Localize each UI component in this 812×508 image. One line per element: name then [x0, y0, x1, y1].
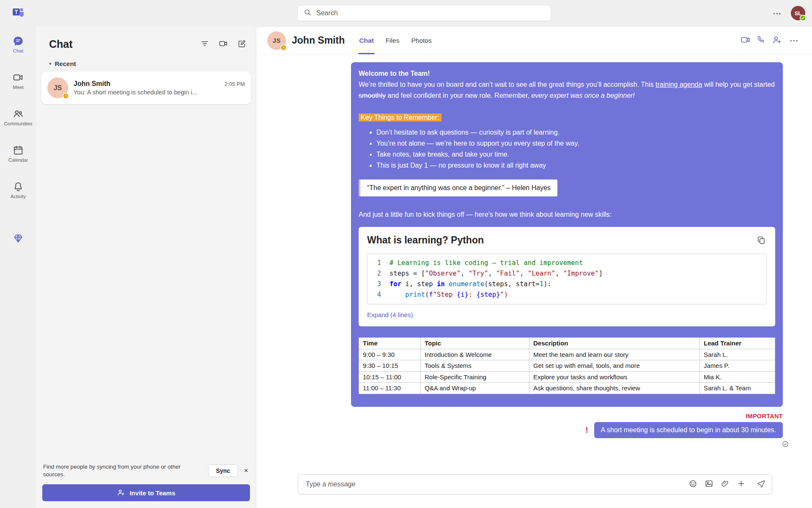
- chat-list-header: Chat: [36, 26, 256, 56]
- rail-item-chat[interactable]: Chat: [0, 36, 36, 53]
- chat-icon: [13, 36, 24, 47]
- quote-block: “The expert in anything was once a begin…: [359, 179, 557, 196]
- table-cell: 9:30 – 10:15: [359, 360, 421, 372]
- code-text: steps = ["Observe", "Try", "Fail", "Lear…: [390, 268, 603, 279]
- table-header-cell: Time: [359, 338, 421, 349]
- line-number: 3: [368, 279, 390, 290]
- code-card-header: What is learning? Python: [367, 235, 767, 247]
- compose-area: [256, 469, 812, 508]
- conversation-avatar[interactable]: JS: [267, 31, 286, 50]
- gem-icon: [13, 233, 24, 244]
- table-cell: Ask questions, share thoughts, review: [529, 383, 700, 394]
- rail-item-app-gem[interactable]: [0, 233, 36, 244]
- code-text: print(f"Step {i}: {step}"): [390, 290, 508, 300]
- presence-away-icon: [280, 44, 287, 51]
- video-camera-icon: [741, 35, 751, 46]
- chat-list-panel: Chat: [36, 26, 256, 508]
- rail-item-calendar[interactable]: Calendar: [0, 145, 36, 163]
- expand-code-link[interactable]: Expand (4 lines): [367, 309, 413, 320]
- attach-file-button[interactable]: [721, 479, 730, 489]
- search-input[interactable]: [315, 9, 545, 17]
- code-segment: "Step: [433, 291, 457, 298]
- message-bullet-list: Don’t hesitate to ask questions — curios…: [359, 127, 775, 171]
- code-line: 4 print(f"Step {i}: {step}"): [368, 290, 766, 300]
- avatar: JS: [47, 77, 68, 98]
- conversation-more-button[interactable]: ⋯: [788, 35, 800, 46]
- table-cell: Explore your tasks and workflows: [529, 371, 700, 383]
- meet-now-button[interactable]: [215, 36, 231, 52]
- more-icon: ⋯: [790, 36, 798, 45]
- sent-message-bubble[interactable]: A short meeting is scheduled to begin in…: [594, 422, 783, 438]
- code-segment: enumerate: [449, 280, 484, 288]
- message-input[interactable]: [305, 480, 689, 489]
- new-chat-button[interactable]: [234, 36, 250, 52]
- rail-label: Chat: [13, 48, 23, 53]
- emoji-button[interactable]: [689, 479, 697, 489]
- rich-message-card: Welcome to the Team! We’re thrilled to h…: [351, 62, 783, 407]
- table-header-cell: Topic: [421, 338, 529, 349]
- section-label: Recent: [55, 60, 76, 67]
- code-segment: :: [469, 291, 477, 298]
- meet-camera-icon: [13, 72, 24, 83]
- compose-box[interactable]: [298, 474, 772, 494]
- rail-label: Activity: [11, 194, 26, 199]
- send-button[interactable]: [756, 479, 766, 490]
- training-agenda-link[interactable]: training agenda: [656, 81, 702, 88]
- person-add-icon: [117, 488, 125, 498]
- rail-item-meet[interactable]: Meet: [0, 72, 36, 90]
- attach-image-button[interactable]: [705, 479, 713, 489]
- tab-photos[interactable]: Photos: [411, 27, 431, 54]
- table-cell: Sarah L. & Team: [700, 383, 775, 394]
- chat-list-item[interactable]: JS John Smith 2:05 PM You: A short meeti…: [41, 72, 251, 104]
- bullet-item: This is just Day 1 — no pressure to know…: [376, 160, 775, 171]
- teams-logo[interactable]: [0, 6, 36, 20]
- table-cell: Sarah L.: [700, 349, 775, 360]
- code-segment: in: [437, 280, 445, 288]
- compose-icon: [237, 39, 247, 50]
- code-segment: ]: [599, 270, 603, 277]
- tab-files[interactable]: Files: [386, 27, 400, 54]
- teams-logo-icon: [12, 6, 25, 20]
- table-cell: 11:00 – 11:30: [359, 383, 421, 394]
- table-header-row: Time Topic Description Lead Trainer: [359, 338, 775, 349]
- chat-list-actions: [197, 36, 250, 52]
- code-segment: "Fail": [496, 270, 520, 277]
- audio-call-button[interactable]: [757, 35, 766, 46]
- list-spacer: [36, 105, 256, 463]
- code-line: 2steps = ["Observe", "Try", "Fail", "Lea…: [368, 268, 766, 279]
- app-rail: Chat Meet Communities Calendar: [0, 26, 36, 508]
- chat-item-texts: John Smith 2:05 PM You: A short meeting …: [74, 80, 245, 96]
- copy-button[interactable]: [756, 235, 767, 247]
- topbar-right: ⋯ SL: [771, 6, 812, 20]
- close-icon[interactable]: ×: [243, 466, 249, 475]
- add-people-button[interactable]: [772, 35, 782, 46]
- sync-button[interactable]: Sync: [208, 464, 238, 477]
- recent-section-toggle[interactable]: ▾ Recent: [36, 56, 256, 71]
- table-cell: James P.: [700, 360, 775, 372]
- code-segment: {step}: [476, 291, 500, 298]
- tab-chat[interactable]: Chat: [359, 27, 373, 54]
- rail-label: Calendar: [8, 157, 28, 163]
- video-call-button[interactable]: [741, 35, 751, 46]
- code-segment: "Observe": [425, 270, 461, 277]
- table-cell: Role-Specific Training: [421, 371, 529, 383]
- rail-item-activity[interactable]: Activity: [0, 181, 36, 199]
- rail-item-communities[interactable]: Communities: [0, 108, 36, 126]
- table-cell: 10:15 – 11:00: [359, 371, 421, 383]
- code-segment: steps = [: [390, 270, 425, 277]
- search-box[interactable]: [297, 5, 551, 21]
- topbar-more-button[interactable]: ⋯: [771, 8, 783, 19]
- message-list: Welcome to the Team! We’re thrilled to h…: [256, 55, 812, 469]
- invite-button-label: Invite to Teams: [129, 489, 175, 497]
- chat-item-time: 2:05 PM: [225, 81, 245, 87]
- code-segment: (steps, start=: [484, 280, 540, 288]
- invite-to-teams-button[interactable]: Invite to Teams: [42, 484, 250, 501]
- filter-button[interactable]: [197, 36, 213, 52]
- more-attachments-button[interactable]: [737, 479, 746, 489]
- table-cell: Meet the team and learn our story: [529, 349, 700, 360]
- conversation-actions: ⋯: [741, 35, 800, 46]
- search-icon: [304, 8, 311, 18]
- agenda-table: Time Topic Description Lead Trainer 9:00…: [359, 337, 775, 394]
- code-segment: "Improve": [563, 270, 599, 277]
- profile-avatar[interactable]: SL: [791, 6, 805, 20]
